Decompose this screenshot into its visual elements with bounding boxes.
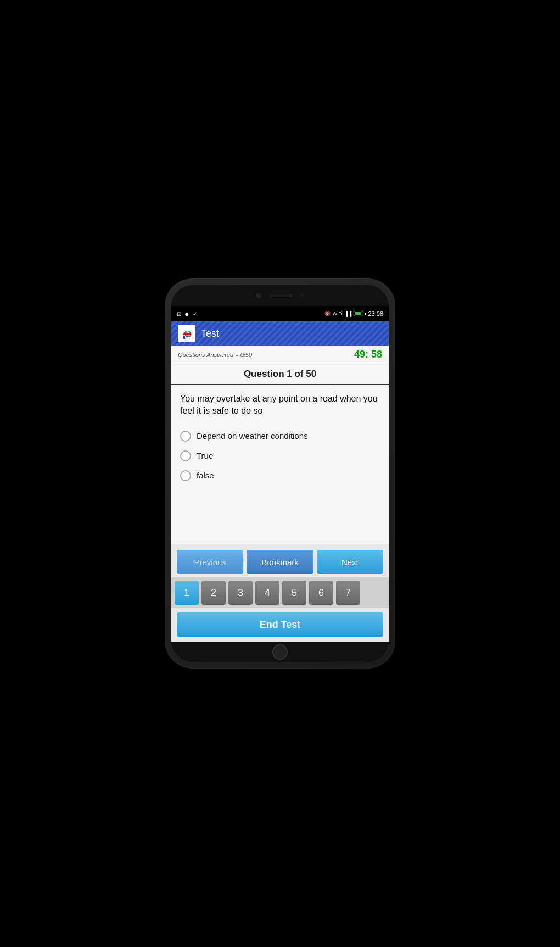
question-num-btn-5[interactable]: 5	[282, 581, 306, 605]
phone-device: ⊡ ☻ ✓ 🔇 WiFi ▐▐ 23:08 🚗	[165, 278, 395, 669]
option-item-opt2[interactable]: True	[180, 446, 380, 466]
end-test-button[interactable]: End Test	[177, 612, 383, 637]
phone-top-hardware	[171, 285, 389, 306]
question-container: Question 1 of 50 You may overtake at any…	[171, 363, 389, 544]
notification-icon-image: ⊡	[177, 311, 181, 317]
status-left-icons: ⊡ ☻ ✓	[177, 311, 197, 317]
notification-icon-android: ☻	[184, 311, 190, 317]
end-test-container: End Test	[171, 608, 389, 642]
option-item-opt1[interactable]: Depend on weather conditions	[180, 426, 380, 446]
status-bar: ⊡ ☻ ✓ 🔇 WiFi ▐▐ 23:08	[171, 306, 389, 321]
app-icon: 🚗 BTT	[178, 325, 195, 342]
screen-content: Questions Answered = 0/50 49: 58 Questio…	[171, 346, 389, 642]
signal-icon: ▐▐	[345, 311, 352, 316]
phone-bottom-bar	[171, 642, 389, 662]
app-title: Test	[201, 328, 219, 339]
phone-screen: ⊡ ☻ ✓ 🔇 WiFi ▐▐ 23:08 🚗	[171, 285, 389, 662]
proximity-sensor	[300, 294, 304, 297]
bookmark-button[interactable]: Bookmark	[247, 550, 313, 574]
questions-answered-label: Questions Answered = 0/50	[178, 352, 252, 358]
question-number: Question 1 of 50	[171, 363, 389, 385]
bottom-nav: Previous Bookmark Next	[171, 544, 389, 577]
question-num-btn-6[interactable]: 6	[309, 581, 333, 605]
question-text: You may overtake at any point on a road …	[171, 385, 389, 423]
wifi-icon: WiFi	[333, 311, 343, 316]
home-button[interactable]	[272, 644, 288, 660]
question-num-btn-2[interactable]: 2	[201, 581, 226, 605]
battery-icon	[354, 311, 366, 316]
speaker-grille	[270, 294, 292, 297]
options-container: Depend on weather conditions True false	[171, 423, 389, 544]
mute-icon: 🔇	[324, 311, 331, 316]
timer-display: 49: 58	[354, 349, 382, 360]
status-right-icons: 🔇 WiFi ▐▐ 23:08	[324, 310, 383, 317]
question-num-btn-7[interactable]: 7	[336, 581, 360, 605]
radio-opt2[interactable]	[180, 450, 191, 461]
time-display: 23:08	[368, 310, 383, 317]
front-camera	[256, 293, 261, 298]
option-label-opt1: Depend on weather conditions	[197, 431, 308, 441]
option-item-opt3[interactable]: false	[180, 466, 380, 486]
question-num-btn-4[interactable]: 4	[255, 581, 279, 605]
questions-header: Questions Answered = 0/50 49: 58	[171, 346, 389, 363]
radio-opt3[interactable]	[180, 470, 191, 481]
radio-opt1[interactable]	[180, 431, 191, 442]
option-label-opt2: True	[197, 451, 213, 460]
question-num-btn-1[interactable]: 1	[175, 581, 199, 605]
option-label-opt3: false	[197, 471, 214, 480]
next-button[interactable]: Next	[317, 550, 383, 574]
notification-icon-check: ✓	[193, 311, 197, 317]
previous-button[interactable]: Previous	[177, 550, 243, 574]
question-number-grid: 1234567	[171, 577, 389, 608]
question-num-btn-3[interactable]: 3	[228, 581, 253, 605]
app-bar: 🚗 BTT Test	[171, 321, 389, 346]
